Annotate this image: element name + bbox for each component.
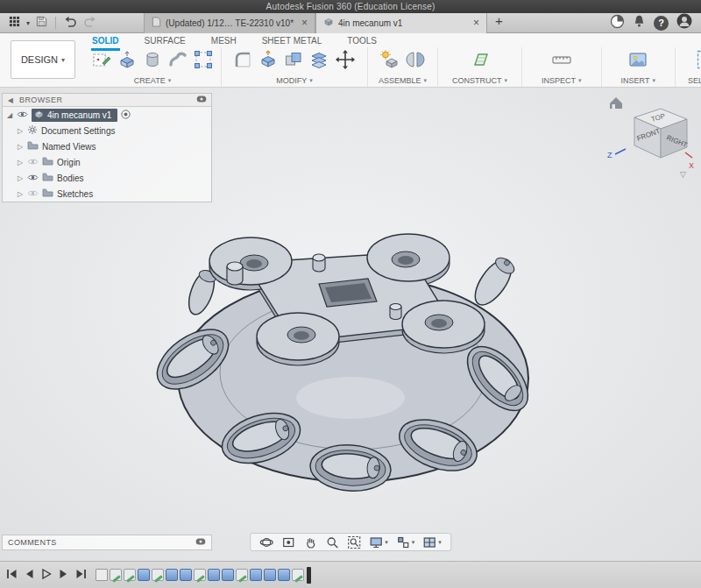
collapsed-icon[interactable]: ▷ [17, 143, 24, 151]
visibility-eye-icon-hidden[interactable] [27, 158, 39, 167]
folder-icon [42, 157, 53, 167]
view-cube[interactable]: FRONT RIGHT TOP X Z ▽ [605, 89, 696, 181]
insert-image-icon[interactable] [627, 49, 648, 74]
visibility-eye-icon-hidden[interactable] [27, 189, 39, 199]
skip-to-start-icon[interactable] [6, 567, 18, 583]
timeline-sketch-icon[interactable] [292, 569, 304, 581]
document-tab-inactive[interactable]: (Updated) 1/12… TE-22310 v10* × [144, 13, 315, 33]
timeline-scrubber-handle[interactable] [307, 567, 311, 584]
browser-row-origin[interactable]: ▷ Origin [3, 154, 211, 170]
browser-row-root-component[interactable]: ◢ 4in mecanum v1 [3, 107, 211, 123]
chevron-down-icon: ▾ [309, 77, 313, 84]
skip-to-end-icon[interactable] [75, 567, 87, 583]
step-forward-icon[interactable] [59, 567, 68, 583]
timeline-feature-icon[interactable] [278, 569, 290, 581]
display-settings-icon[interactable]: ▾ [369, 535, 388, 549]
group-label-create[interactable]: CREATE [134, 76, 166, 85]
app-grid-icon[interactable] [9, 15, 20, 31]
press-pull-icon[interactable] [258, 49, 279, 74]
home-icon [610, 97, 622, 109]
timeline-feature-icon[interactable] [208, 569, 220, 581]
timeline-feature-icon[interactable] [180, 569, 192, 581]
browser-row-named-views[interactable]: ▷ Named Views [3, 138, 211, 154]
mecanum-wheel-model[interactable] [147, 212, 542, 501]
timeline-sketch-icon[interactable] [152, 569, 164, 581]
browser-row-bodies[interactable]: ▷ Bodies [3, 170, 211, 186]
timeline-feature-icon[interactable] [264, 569, 276, 581]
look-at-icon[interactable] [281, 535, 295, 549]
timeline-sketch-icon[interactable] [110, 569, 122, 581]
panel-options-icon[interactable] [195, 538, 206, 547]
viewports-icon[interactable]: ▾ [422, 535, 442, 549]
timeline-feature-icon[interactable] [250, 569, 262, 581]
collapse-panel-icon[interactable]: ◀ [7, 96, 14, 104]
timeline-sketch-icon[interactable] [124, 569, 136, 581]
group-label-construct[interactable]: CONSTRUCT [452, 76, 502, 85]
joint-icon[interactable] [405, 49, 426, 74]
play-icon[interactable] [41, 567, 52, 583]
browser-row-sketches[interactable]: ▷ Sketches [3, 186, 211, 202]
collapsed-icon[interactable]: ▷ [17, 127, 24, 135]
visibility-eye-icon[interactable] [17, 110, 28, 120]
group-label-inspect[interactable]: INSPECT [542, 76, 576, 85]
effects-grid-icon[interactable]: ▾ [396, 535, 415, 549]
save-icon[interactable] [36, 15, 47, 31]
timeline-doc-icon[interactable] [96, 569, 108, 581]
collapsed-icon[interactable]: ▷ [17, 174, 24, 182]
document-tab-active[interactable]: 4in mecanum v1 × [315, 13, 487, 33]
undo-icon[interactable] [64, 15, 77, 31]
row-label: Bodies [57, 174, 84, 183]
new-tab-button[interactable]: + [487, 13, 511, 33]
workspace-label: DESIGN [21, 54, 58, 65]
viewcube-menu-icon[interactable]: ▽ [680, 170, 686, 179]
zoom-icon[interactable] [325, 535, 339, 549]
construct-plane-icon[interactable] [470, 49, 491, 74]
panel-options-icon[interactable] [196, 96, 207, 104]
measure-icon[interactable] [551, 49, 572, 74]
selected-component[interactable]: 4in mecanum v1 [32, 109, 117, 122]
timeline-feature-icon[interactable] [138, 569, 150, 581]
group-label-assemble[interactable]: ASSEMBLE [379, 76, 421, 85]
step-back-icon[interactable] [25, 567, 34, 583]
window-titlebar: Autodesk Fusion 360 (Education License) [0, 0, 701, 13]
comments-bar[interactable]: COMMENTS [2, 535, 212, 550]
pan-hand-icon[interactable] [303, 535, 317, 549]
close-tab-icon[interactable]: × [301, 18, 308, 28]
collapsed-icon[interactable]: ▷ [17, 159, 24, 166]
timeline-feature-icon[interactable] [166, 569, 178, 581]
visibility-eye-icon[interactable] [27, 174, 39, 183]
collapsed-icon[interactable]: ▷ [17, 190, 24, 198]
fit-view-icon[interactable] [347, 535, 361, 549]
group-label-modify[interactable]: MODIFY [276, 76, 307, 85]
timeline-sketch-icon[interactable] [194, 569, 206, 581]
viewport-canvas[interactable]: ◀ BROWSER ◢ 4in mecanum v1 ▷ Document Se… [0, 88, 701, 561]
select-cursor-icon[interactable] [696, 49, 701, 74]
activate-component-radio[interactable] [121, 110, 131, 121]
browser-row-document-settings[interactable]: ▷ Document Settings [3, 123, 211, 138]
workspace-selector-design[interactable]: DESIGN ▾ [11, 40, 75, 79]
revolve-icon[interactable] [142, 49, 163, 74]
split-body-icon[interactable] [308, 49, 329, 74]
avatar[interactable] [676, 13, 692, 32]
file-menu-caret-icon[interactable]: ▾ [26, 19, 30, 27]
group-label-insert[interactable]: INSERT [621, 76, 650, 85]
group-label-select[interactable]: SELECT [688, 76, 701, 85]
job-status-icon[interactable] [610, 14, 625, 32]
help-icon[interactable]: ? [654, 16, 669, 31]
move-icon[interactable] [334, 48, 357, 74]
combine-icon[interactable] [283, 49, 304, 74]
orbit-icon[interactable] [259, 535, 273, 549]
fillet-icon[interactable] [232, 49, 253, 74]
redo-icon[interactable] [83, 15, 96, 31]
close-tab-icon[interactable]: × [473, 18, 479, 28]
pattern-icon[interactable] [193, 49, 214, 74]
expand-icon[interactable]: ◢ [6, 111, 13, 119]
new-component-icon[interactable] [379, 49, 400, 74]
extrude-icon[interactable] [117, 49, 138, 74]
create-sketch-icon[interactable] [91, 49, 112, 74]
timeline-sketch-icon[interactable] [236, 569, 248, 581]
notifications-bell-icon[interactable] [633, 14, 646, 32]
sweep-icon[interactable] [167, 49, 188, 74]
folder-icon [27, 141, 39, 152]
timeline-feature-icon[interactable] [222, 569, 234, 581]
